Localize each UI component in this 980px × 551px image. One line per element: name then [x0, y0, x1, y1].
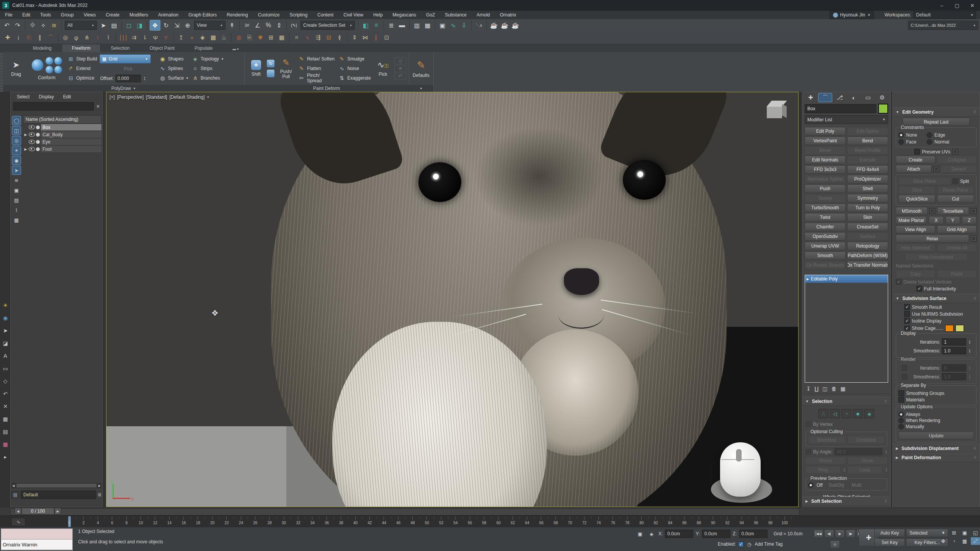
zoom-extents-icon[interactable]: ▣ [960, 529, 969, 536]
display-lights-icon[interactable]: ☀ [12, 146, 21, 155]
step-build-button[interactable]: ⊞Step Build [67, 55, 98, 63]
flyout-arrow-icon[interactable]: ▸ [2, 453, 9, 461]
trash-icon[interactable]: ✕ [2, 403, 9, 410]
next-frame-arrow-icon[interactable]: ▶ [54, 508, 61, 515]
renderable-icon[interactable] [36, 140, 40, 144]
y-coordinate-field[interactable]: 0.0cm [702, 530, 730, 538]
set-key-button[interactable]: Set Key [874, 538, 905, 547]
ornatrix-tool-icon[interactable]: ϒ [161, 33, 171, 42]
visibility-eye-icon[interactable] [29, 140, 35, 144]
cage-color-swatch-2[interactable] [956, 325, 964, 332]
ornatrix-tool-icon[interactable]: ϟ [302, 33, 312, 42]
constraint-face-radio[interactable] [898, 139, 904, 145]
scroll-right-icon[interactable]: ▶ [98, 484, 101, 487]
display-containers-icon[interactable]: ▦ [12, 215, 21, 225]
create-tab-icon[interactable]: ✚ [804, 93, 817, 102]
ornatrix-tool-icon[interactable]: i [13, 33, 23, 42]
display-spacewarps-icon[interactable]: ≋ [12, 176, 21, 185]
scene-explorer-icon[interactable]: ▥ [412, 20, 422, 30]
explorer-menu-edit[interactable]: Edit [59, 93, 75, 100]
explorer-h-scrollbar[interactable]: ◀ ▶ [11, 483, 101, 488]
mini-curve-editor-button[interactable]: ∿ [11, 518, 25, 526]
ornatrix-tool-icon[interactable]: ⇶ [313, 33, 323, 42]
ornatrix-tool-icon[interactable]: ⇉ [129, 33, 139, 42]
edit-geometry-rollout-header[interactable]: ▼Edit Geometry⠿ [893, 108, 980, 117]
modifier-button-chamfer[interactable]: Chamfer [805, 223, 846, 231]
menu-goz[interactable]: GoZ [421, 11, 440, 19]
tree-header[interactable]: Name (Sorted Ascending) [23, 115, 101, 124]
vertex-mode-icon[interactable]: ∴ [818, 409, 828, 418]
visibility-eye-icon[interactable] [29, 147, 35, 151]
named-sets-icon[interactable]: {✎} [289, 20, 299, 30]
user-account-button[interactable]: Hyunsuk Jin ▼ [830, 11, 874, 19]
relax-settings-icon[interactable] [971, 236, 977, 241]
ribbon-tab-populate[interactable]: Populate [185, 44, 222, 52]
subdivision-displacement-rollout-header[interactable]: ▶Subdivision Displacement⠿ [893, 444, 980, 453]
display-iterations-field[interactable]: 1 [942, 338, 966, 346]
menu-modifiers[interactable]: Modifiers [124, 11, 153, 19]
select-link-icon[interactable]: ⟐ [28, 20, 38, 30]
ornatrix-tool-icon[interactable]: ⋔ [82, 33, 92, 42]
menu-group[interactable]: Group [56, 11, 78, 19]
next-frame-button[interactable]: |▶ [846, 530, 856, 538]
smoothing-groups-checkbox[interactable] [898, 390, 904, 396]
rotate-icon[interactable]: ↻ [161, 20, 171, 30]
drag-tool-button[interactable]: ➤ Drag [5, 53, 27, 84]
explorer-menu-select[interactable]: Select [13, 93, 33, 100]
modifier-button-smooth[interactable]: Smooth [805, 251, 846, 260]
material-group-icon[interactable]: ▦ [423, 20, 433, 30]
materials-checkbox[interactable] [898, 397, 904, 403]
surface-button[interactable]: ◍Surface▼ [158, 74, 189, 82]
modifier-button-push[interactable]: Push [805, 184, 846, 193]
unlink-icon[interactable]: ⟡ [38, 20, 48, 30]
select-object-icon[interactable]: ➤ [98, 20, 108, 30]
tree-row-eye[interactable]: Eye [23, 138, 101, 145]
ornatrix-tool-icon[interactable]: ≀ [93, 33, 103, 42]
update-button[interactable]: Update [898, 432, 974, 440]
menu-views[interactable]: Views [78, 11, 101, 19]
rectangle-tool-icon[interactable]: ▭ [2, 365, 9, 372]
visibility-eye-icon[interactable] [29, 132, 35, 137]
menu-civil-view[interactable]: Civil View [338, 11, 368, 19]
modifier-button-turn-to-poly[interactable]: Turn to Poly [847, 204, 888, 212]
renderable-icon[interactable] [36, 147, 40, 151]
modifier-button-shell[interactable]: Shell [847, 184, 888, 193]
shift-scale-icon[interactable] [267, 70, 274, 77]
modifier-button-edit-normals[interactable]: Edit Normals [805, 156, 846, 164]
ribbon-tab-modeling[interactable]: Modeling [23, 44, 62, 52]
undo-icon[interactable]: ↶ [2, 20, 12, 30]
toggle-ribbon-icon[interactable]: ▬ [397, 20, 407, 30]
ribbon-tab-freeform[interactable]: Freeform [62, 44, 101, 52]
tessellate-button[interactable]: Tessellate [937, 207, 969, 215]
push-pull-button[interactable]: ✎ Push/Pull [276, 53, 296, 84]
ornatrix-tool-icon[interactable]: ⇂ [140, 33, 150, 42]
edge-mode-icon[interactable]: ◁ [830, 409, 840, 418]
auto-key-button[interactable]: Auto Key [874, 529, 905, 537]
active-layer-field[interactable]: Default [21, 491, 96, 499]
tessellate-settings-icon[interactable] [971, 208, 977, 214]
ornatrix-tool-icon[interactable]: ∣∣∣ [118, 33, 128, 42]
tag-icon[interactable]: ◪ [2, 339, 9, 347]
conform-tool-button[interactable]: Conform [28, 53, 65, 84]
ornatrix-tool-icon[interactable]: ≈ [187, 33, 197, 42]
exaggerate-button[interactable]: ⇅Exaggerate [338, 74, 371, 82]
paint-deformation-rollout-header[interactable]: ▶Paint Deformation⠿ [893, 453, 980, 462]
shift-tool-button[interactable]: ✥ Shift [247, 53, 265, 84]
preserve-uvs-settings-icon[interactable] [952, 149, 958, 155]
listener-line[interactable]: Ornatrix Warnin [1, 540, 72, 550]
pinch-spread-button[interactable]: ✂Pinch/ Spread [297, 74, 336, 82]
render-setup-icon[interactable]: ☕ [500, 20, 510, 30]
scrollbar-thumb[interactable] [16, 484, 96, 487]
constraint-none-radio[interactable] [898, 132, 904, 138]
modifier-button-edit-poly[interactable]: Edit Poly [805, 127, 846, 135]
close-button[interactable]: ✕ [965, 0, 980, 11]
ornatrix-tool-icon[interactable]: ⋈ [360, 33, 370, 42]
letter-a-icon[interactable]: A [2, 352, 9, 360]
subdivision-surface-rollout-header[interactable]: ▼Subdivision Surface⠿ [893, 294, 980, 303]
z-coordinate-field[interactable]: 0.0cm [739, 530, 768, 538]
modifier-button-creaseset[interactable]: CreaseSet [847, 223, 888, 231]
modifier-button-turbosmooth[interactable]: TurboSmooth [805, 204, 846, 212]
update-when-rendering-radio[interactable] [898, 418, 904, 423]
shift-rotate-icon[interactable]: ↻ [267, 60, 274, 67]
minimize-button[interactable]: – [934, 0, 949, 11]
